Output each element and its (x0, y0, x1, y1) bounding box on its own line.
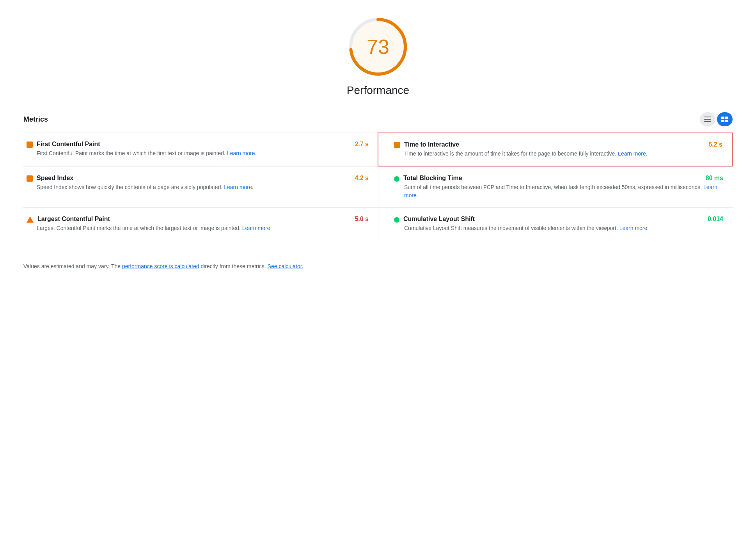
metric-tti-value: 5.2 s (708, 141, 722, 148)
metric-lcp-learn-more[interactable]: Learn more (242, 225, 270, 231)
green-circle-icon-cls (394, 217, 399, 223)
metric-lcp-name: Largest Contentful Paint (37, 216, 110, 223)
metric-si-value: 4.2 s (355, 175, 369, 182)
metric-lcp: Largest Contentful Paint 5.0 s Largest C… (23, 207, 378, 240)
metrics-title: Metrics (23, 115, 48, 124)
metric-cls-header: Cumulative Layout Shift 0.014 (394, 216, 723, 223)
metric-tti-desc: Time to interactive is the amount of tim… (404, 150, 722, 158)
svg-rect-4 (704, 119, 711, 120)
metric-tbt-learn-more[interactable]: Learn more (404, 184, 717, 198)
green-circle-icon-tbt (394, 176, 399, 182)
metric-tbt-header: Total Blocking Time 80 ms (394, 175, 723, 182)
score-value: 73 (367, 35, 389, 58)
metric-si-desc: Speed Index shows how quickly the conten… (37, 183, 369, 191)
svg-rect-8 (721, 120, 724, 122)
metric-tbt: Total Blocking Time 80 ms Sum of all tim… (378, 166, 733, 207)
metrics-grid: First Contentful Paint 2.7 s First Conte… (23, 133, 733, 240)
orange-square-icon-si (27, 175, 33, 182)
svg-rect-6 (721, 117, 724, 119)
list-view-toggle[interactable] (700, 112, 715, 126)
metric-lcp-value: 5.0 s (355, 216, 369, 223)
detail-icon (721, 117, 728, 122)
footer-text-before: Values are estimated and may vary. The (23, 263, 122, 269)
metric-tbt-desc: Sum of all time periods between FCP and … (404, 183, 723, 200)
svg-rect-5 (704, 121, 711, 122)
score-section: 73 Performance (23, 16, 733, 97)
metric-lcp-desc: Largest Contentful Paint marks the time … (37, 224, 369, 232)
metric-cls: Cumulative Layout Shift 0.014 Cumulative… (378, 207, 733, 240)
metric-cls-learn-more[interactable]: Learn more (619, 225, 648, 231)
footer-note: Values are estimated and may vary. The p… (23, 256, 733, 271)
metric-fcp-value: 2.7 s (355, 141, 369, 148)
metric-cls-value: 0.014 (708, 216, 723, 223)
svg-rect-9 (725, 120, 728, 122)
metric-si: Speed Index 4.2 s Speed Index shows how … (23, 166, 378, 207)
svg-rect-7 (725, 117, 728, 119)
orange-triangle-icon-lcp (27, 216, 34, 223)
svg-rect-3 (704, 117, 711, 117)
metric-lcp-header: Largest Contentful Paint 5.0 s (27, 216, 369, 223)
metrics-header: Metrics (23, 112, 733, 126)
metric-tti-name: Time to Interactive (404, 141, 459, 148)
metric-si-name: Speed Index (37, 175, 73, 182)
metric-fcp: First Contentful Paint 2.7 s First Conte… (23, 133, 378, 166)
performance-label: Performance (347, 84, 409, 97)
orange-square-icon-tti (394, 142, 400, 148)
detail-view-toggle[interactable] (717, 112, 733, 126)
metric-tbt-value: 80 ms (706, 175, 723, 182)
metric-si-learn-more[interactable]: Learn more (224, 184, 252, 190)
metric-cls-desc: Cumulative Layout Shift measures the mov… (404, 224, 723, 232)
view-toggle (700, 112, 733, 126)
list-icon (704, 117, 711, 122)
footer-text-middle: directly from these metrics. (199, 263, 268, 269)
metric-si-header: Speed Index 4.2 s (27, 175, 369, 182)
orange-square-icon (27, 142, 33, 148)
metric-fcp-learn-more[interactable]: Learn more (227, 150, 255, 156)
metric-tti-header: Time to Interactive 5.2 s (394, 141, 722, 148)
metric-fcp-header: First Contentful Paint 2.7 s (27, 141, 369, 148)
metrics-section: Metrics (23, 112, 733, 240)
see-calculator-link[interactable]: See calculator. (268, 263, 303, 269)
metric-tbt-name: Total Blocking Time (403, 175, 462, 182)
metric-fcp-name: First Contentful Paint (37, 141, 100, 148)
metric-cls-name: Cumulative Layout Shift (403, 216, 475, 223)
metric-tti: Time to Interactive 5.2 s Time to intera… (378, 133, 733, 166)
metric-fcp-desc: First Contentful Paint marks the time at… (37, 149, 369, 157)
score-circle: 73 (347, 16, 409, 78)
metric-tti-learn-more[interactable]: Learn more (618, 150, 646, 157)
performance-score-link[interactable]: performance score is calculated (122, 263, 199, 269)
